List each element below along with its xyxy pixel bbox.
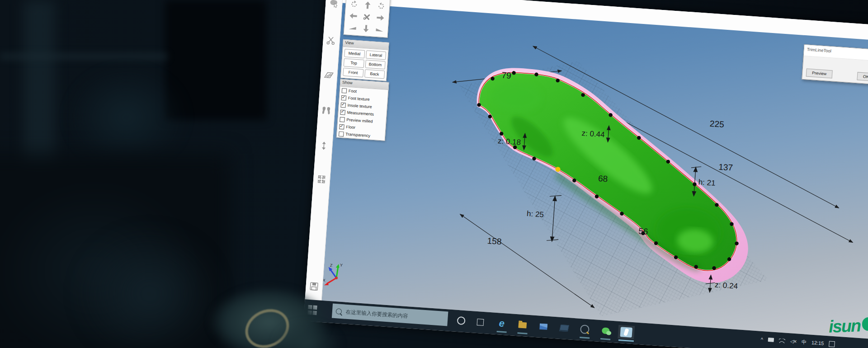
wifi-icon[interactable]: [779, 338, 786, 343]
browser-q-icon[interactable]: [576, 322, 593, 336]
isun-logo-text: isun: [828, 316, 861, 336]
checkbox-icon[interactable]: [340, 102, 346, 108]
system-tray: ^ ◁✕ 中 12:15: [760, 336, 835, 348]
view-bottom-button[interactable]: Bottom: [365, 60, 386, 69]
ime-indicator[interactable]: 中: [801, 339, 807, 346]
show-panel: Show Foot Foot texture Insole texture Me…: [336, 79, 389, 141]
label-h-medial: h: 25: [527, 209, 544, 219]
expand-scale-tool[interactable]: [316, 173, 327, 185]
checkbox-icon[interactable]: [339, 124, 344, 129]
rotate-cw-icon[interactable]: [374, 0, 388, 13]
pc-settings-icon[interactable]: [556, 320, 573, 335]
navigation-pad-panel: [344, 0, 391, 38]
pan-right-icon[interactable]: [373, 11, 388, 24]
label-length-mid: 137: [718, 162, 733, 172]
tilt-right-icon[interactable]: [373, 23, 387, 36]
finger-shadow: [267, 316, 348, 348]
surface-plane-tool[interactable]: [323, 70, 335, 81]
tray-chevron-icon[interactable]: ^: [760, 336, 763, 342]
pan-left-icon[interactable]: [346, 9, 361, 22]
trimlinetool-dialog: TrimLineTool Preview OK: [802, 44, 868, 85]
axis-indicator: X Y Z: [322, 262, 343, 287]
background-shelf: [0, 53, 167, 60]
view-panel: View Medial Lateral Top Bottom Front Bac…: [340, 39, 389, 81]
label-heel-width: 56: [638, 226, 649, 236]
ok-button[interactable]: OK: [857, 72, 868, 81]
task-view-icon[interactable]: [472, 315, 489, 329]
monitor-screen: 79 225 137 158 68 56 z: 0.44 z: 0.18 z: …: [303, 0, 868, 348]
view-medial-button[interactable]: Medial: [344, 49, 365, 58]
background-glow: [68, 68, 185, 167]
checkbox-label: Foot: [349, 89, 357, 94]
insole-scene[interactable]: 79 225 137 158 68 56 z: 0.44 z: 0.18 z: …: [321, 3, 868, 343]
running-indicator: [580, 337, 590, 339]
svg-text:Y: Y: [340, 263, 343, 268]
checkbox-label: Insole texture: [347, 103, 372, 109]
checkbox-label: Foot texture: [348, 96, 370, 102]
cortana-icon[interactable]: [453, 313, 470, 328]
view-front-button[interactable]: Front: [343, 68, 363, 77]
settings-tools-icon[interactable]: [360, 10, 374, 23]
insole-pair-tool[interactable]: [321, 105, 332, 117]
pan-down-icon[interactable]: [359, 22, 373, 35]
checkbox-icon[interactable]: [341, 95, 347, 100]
checkbox-icon[interactable]: [342, 88, 347, 93]
isun-logo: isun: [828, 315, 868, 337]
label-h-lateral: h: 21: [698, 178, 716, 188]
3d-viewport[interactable]: 79 225 137 158 68 56 z: 0.44 z: 0.18 z: …: [321, 3, 868, 343]
isun-logo-glyph-icon: [862, 317, 868, 331]
taskbar-clock[interactable]: 12:15: [811, 340, 824, 346]
label-length-total: 225: [709, 119, 724, 129]
vertical-move-tool[interactable]: [318, 140, 330, 152]
file-explorer-icon[interactable]: [514, 318, 531, 332]
scissors-trim-tool[interactable]: [326, 34, 337, 46]
running-indicator: [517, 332, 527, 334]
running-indicator: [497, 331, 507, 333]
rotate-ccw-icon[interactable]: [347, 0, 362, 10]
action-center-icon[interactable]: [829, 341, 835, 347]
insole-app-icon[interactable]: [618, 325, 635, 339]
active-indicator: [618, 339, 634, 342]
search-icon: [336, 308, 342, 315]
label-z-front: z: 0.18: [497, 136, 521, 147]
view-back-button[interactable]: Back: [364, 69, 385, 79]
label-arch-length: 68: [598, 174, 609, 183]
checkbox-icon[interactable]: [340, 117, 345, 122]
checkbox-icon[interactable]: [339, 131, 344, 136]
view-top-button[interactable]: Top: [344, 58, 364, 68]
tilt-left-icon[interactable]: [345, 21, 360, 34]
checkbox-icon[interactable]: [340, 109, 345, 115]
label-z-mid: z: 0.44: [581, 129, 605, 139]
preview-button[interactable]: Preview: [806, 68, 833, 78]
search-input[interactable]: [344, 309, 441, 322]
checkbox-label: Floor: [346, 125, 355, 130]
tray-app-icon[interactable]: [768, 338, 774, 342]
pan-up-icon[interactable]: [360, 0, 375, 11]
svg-text:Z: Z: [330, 263, 333, 268]
wechat-icon[interactable]: [597, 324, 614, 338]
view-lateral-button[interactable]: Lateral: [366, 50, 387, 60]
label-length-heel: 158: [487, 236, 502, 246]
volume-muted-icon[interactable]: ◁✕: [790, 339, 797, 344]
running-indicator: [600, 338, 610, 340]
mail-icon[interactable]: [535, 319, 552, 334]
checkbox-label: Preview milled: [346, 118, 373, 124]
label-toe-width: 79: [501, 70, 512, 80]
label-z-heel: z: 0.24: [714, 280, 738, 291]
select-region-tool[interactable]: [328, 0, 340, 9]
checkbox-label: Measurements: [347, 110, 374, 117]
checkbox-label: Transparency: [345, 132, 370, 138]
edge-browser-icon[interactable]: e: [493, 316, 510, 331]
